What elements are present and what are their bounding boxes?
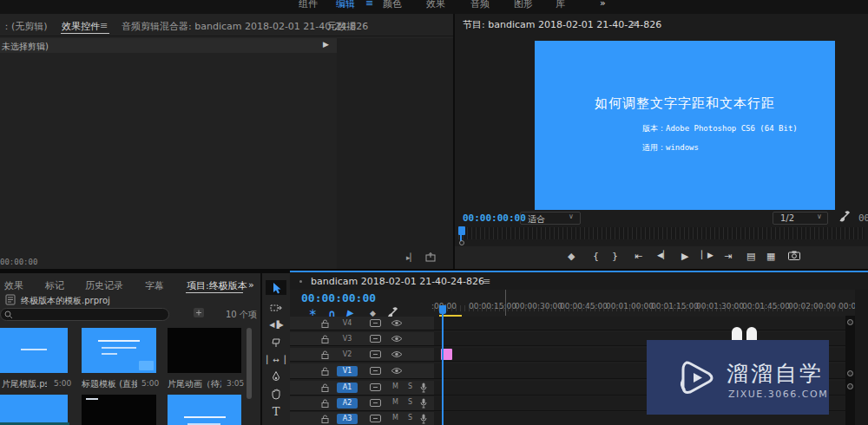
search-input[interactable] (0, 308, 169, 321)
settings-wrench-icon[interactable] (839, 211, 851, 222)
lock-icon[interactable] (321, 399, 329, 408)
program-panel-menu-icon[interactable]: ≡ (630, 18, 638, 29)
workspace-tab-effects[interactable]: 效果 (426, 0, 445, 10)
mute-button[interactable]: M (392, 382, 398, 390)
timeline-ruler[interactable]: :00:00 00:00:15:00 00:00:30:00 00:00:45:… (434, 290, 868, 317)
track-select-forward-tool[interactable] (266, 300, 286, 315)
track-target-button[interactable]: V1 (337, 366, 358, 376)
thumbnail-bandicam-clip[interactable] (82, 395, 156, 425)
scrubber-zoom-handle[interactable] (459, 240, 464, 245)
effect-controls-menu-icon[interactable]: ≡ (100, 20, 108, 31)
workspace-tab-libraries[interactable]: 库 (556, 0, 565, 10)
mic-icon[interactable] (420, 414, 427, 424)
track-output-icon[interactable] (370, 415, 381, 422)
eye-icon[interactable] (391, 335, 403, 343)
new-item-icon[interactable] (193, 307, 205, 318)
item-name[interactable]: 片尾模版.psd (2, 378, 47, 390)
track-lane-v4[interactable] (434, 317, 845, 330)
thumbnail-end-template[interactable] (0, 328, 68, 373)
solo-button[interactable]: S (408, 382, 412, 390)
track-output-icon[interactable] (370, 350, 381, 358)
workspace-overflow-icon[interactable]: » (600, 0, 606, 9)
program-timecode[interactable]: 00:00:00:00 (463, 212, 526, 224)
workspace-tab-audio[interactable]: 音频 (470, 0, 490, 10)
tab-overflow-icon[interactable]: » (248, 279, 254, 291)
track-target-button[interactable]: V2 (337, 350, 358, 360)
selection-tool[interactable] (266, 280, 286, 295)
track-output-icon[interactable] (370, 367, 381, 375)
eye-icon[interactable] (391, 350, 403, 358)
mute-button[interactable]: M (392, 414, 398, 422)
lock-icon[interactable] (321, 367, 329, 376)
lock-icon[interactable] (321, 319, 329, 328)
workspace-tab-assembly[interactable]: 组件 (299, 0, 318, 10)
thumbnail-title-clip[interactable] (168, 395, 241, 425)
ripple-edit-tool[interactable]: ◀▐▶ (266, 317, 286, 332)
track-target-button[interactable]: V3 (337, 334, 358, 344)
solo-button[interactable]: S (408, 398, 412, 406)
program-playhead[interactable] (458, 226, 465, 235)
mark-out-button[interactable]: } (612, 251, 618, 262)
project-file-name[interactable]: 终极版本的模板.prproj (21, 295, 110, 307)
tab-captions[interactable]: 字幕 (145, 279, 164, 292)
mic-icon[interactable] (420, 382, 427, 393)
lock-icon[interactable] (321, 383, 329, 392)
timeline-tab-title[interactable]: bandicam 2018-02-01 21-40-24-826 (311, 276, 484, 287)
item-name[interactable]: 片尾动画（待加.. (168, 378, 221, 390)
thumbnail-end-animation[interactable] (168, 328, 241, 373)
tab-effects[interactable]: 效果 (4, 279, 23, 292)
workspace-tab-color[interactable]: 颜色 (383, 0, 402, 10)
go-to-out-button[interactable]: ⇥ (724, 251, 732, 262)
export-frame-camera-icon[interactable] (788, 251, 800, 260)
scrollbar-handle[interactable] (847, 319, 853, 325)
tab-markers[interactable]: 标记 (45, 279, 64, 292)
workspace-tab-editing[interactable]: 编辑 (336, 0, 355, 10)
track-output-icon[interactable] (370, 319, 381, 327)
timeline-playhead[interactable] (439, 305, 446, 314)
project-scrollbar[interactable] (247, 328, 252, 399)
timeline-timecode[interactable]: 00:00:00:00 (301, 291, 376, 304)
timeline-panel-menu-icon[interactable]: ≡ (483, 276, 490, 287)
resolution-dropdown[interactable]: 1/2 ∨ (773, 212, 828, 225)
track-output-icon[interactable] (370, 383, 381, 391)
track-target-button[interactable]: A2 (337, 398, 358, 409)
lift-button[interactable]: ▤ (746, 251, 755, 262)
eye-icon[interactable] (391, 367, 403, 375)
lock-icon[interactable] (321, 350, 329, 359)
track-output-icon[interactable] (370, 335, 381, 343)
tab-source-no-clip[interactable]: ：(无剪辑) (2, 20, 48, 33)
eye-icon[interactable] (391, 319, 403, 327)
step-forward-button[interactable]: ▏▶ (701, 251, 713, 259)
item-name[interactable]: 标题模板 (直接.. (82, 378, 137, 390)
program-scrubber[interactable] (458, 227, 865, 239)
playhead-line[interactable] (442, 314, 444, 425)
pen-tool[interactable] (266, 369, 286, 384)
timeline-scrollbar[interactable] (845, 316, 855, 425)
play-button[interactable]: ▶ (681, 251, 688, 262)
fit-dropdown[interactable]: 适合 ∨ (520, 212, 581, 225)
tab-history[interactable]: 历史记录 (85, 279, 123, 292)
track-target-button[interactable]: A3 (337, 414, 358, 424)
thumbnail-blue-clip[interactable] (0, 395, 68, 425)
mark-in-button[interactable]: { (593, 251, 599, 262)
mic-icon[interactable] (420, 398, 427, 409)
workspace-menu-icon[interactable]: ≡ (365, 0, 373, 9)
extract-button[interactable]: ▦ (766, 251, 775, 262)
mute-button[interactable]: M (392, 398, 398, 406)
slip-tool[interactable]: ▏↔▕ (266, 352, 286, 367)
workspace-tab-graphics[interactable]: 图形 (514, 0, 533, 10)
track-output-icon[interactable] (370, 399, 381, 407)
go-to-in-button[interactable]: ⇤ (635, 251, 642, 262)
step-back-button[interactable]: ◀▏ (657, 251, 669, 259)
expand-icon[interactable]: ▶ (323, 40, 329, 49)
tab-effect-controls[interactable]: 效果控件 (62, 20, 100, 33)
hand-tool[interactable] (266, 387, 286, 402)
scrollbar-handle[interactable] (847, 370, 853, 376)
lock-icon[interactable] (321, 415, 329, 423)
tab-project[interactable]: 项目:终极版本 (187, 279, 247, 292)
solo-button[interactable]: S (408, 414, 412, 422)
lock-icon[interactable] (321, 335, 329, 343)
thumbnail-title-template[interactable] (82, 328, 156, 373)
add-marker-button[interactable]: ◆ (568, 251, 575, 262)
track-target-button[interactable]: A1 (337, 382, 358, 393)
